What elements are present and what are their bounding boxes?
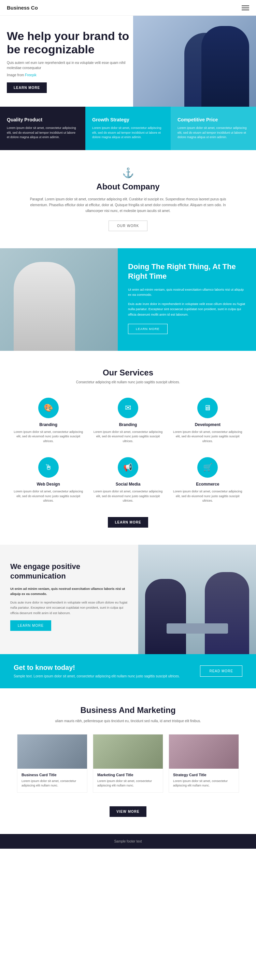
service-item-webdesign: 🖱 Web Design Lorem ipsum dolor sit amet,… [10,454,86,507]
feature-price: Competitive Price Lorem ipsum dolor sit … [171,107,256,150]
get-to-know-cta-button[interactable]: READ MORE [200,665,242,677]
biz-card-0-title: Business Card Title [22,773,83,777]
service-item-development: 🖥 Development Lorem ipsum dolor sit amet… [170,394,246,447]
man-figure [14,262,75,351]
image-credit: Image from Freepik [7,73,136,78]
biz-card-0-body: Business Card Title Lorem ipsum dolor si… [17,769,87,792]
site-logo: Business Co [7,5,38,11]
services-title: Our Services [10,368,246,377]
biz-card-2-desc: Lorem ipsum dolor sit amet, consectetur … [173,779,234,788]
biz-card-0-desc: Lorem ipsum dolor sit amet, consectetur … [22,779,83,788]
hero-image [133,16,256,107]
biz-card-2-title: Strategy Card Title [173,773,234,777]
biz-card-1-body: Marketing Card Title Lorem ipsum dolor s… [93,769,163,792]
right-thing-para1: Ut enim ad minim veniam, quis nostrud ex… [128,287,246,297]
services-section: Our Services Consectetur adipiscing elit… [0,351,256,545]
header: Business Co [0,0,256,16]
meeting-table [167,624,228,634]
biz-card-0-image [17,735,87,769]
footer-text: Sample footer text [5,840,251,843]
comm-text: We engage positive communication Ut enim… [0,545,138,654]
meeting-person1 [145,579,186,654]
get-to-know-text: Get to know today! Sample text. Lorem ip… [14,664,180,679]
get-to-know-title: Get to know today! [14,664,180,671]
get-to-know-section: Get to know today! Sample text. Lorem ip… [0,654,256,688]
hero-cta-button[interactable]: LEARN MORE [7,83,47,93]
socialmedia-icon: 📢 [118,457,138,478]
comm-bold-para: Ut enim ad minim veniam, quis nostrud ex… [10,586,128,597]
feature-quality: Quality Product Lorem ipsum dolor sit am… [0,107,85,150]
anchor-icon: ⚓ [27,167,229,178]
service-ecommerce-title: Ecommerce [173,482,242,487]
service-socialmedia-desc: Lorem ipsum dolor sit amet, consectetur … [93,489,163,503]
features-section: Quality Product Lorem ipsum dolor sit am… [0,107,256,150]
hero-people-visual [133,16,256,107]
about-cta-button[interactable]: OUR WORK [109,221,147,231]
branding2-icon: ✉ [118,398,138,418]
comm-body-para: Duis aute irure dolor in reprehenderit i… [10,600,128,616]
biz-card-2-body: Strategy Card Title Lorem ipsum dolor si… [169,769,239,792]
feature-growth: Growth Strategy Lorem ipsum dolor sit am… [85,107,171,150]
comm-image [138,545,256,654]
biz-marketing-title: Business And Marketing [17,705,239,715]
service-socialmedia-title: Social Media [93,482,163,487]
comm-title: We engage positive communication [10,562,128,581]
service-branding2-desc: Lorem ipsum dolor sit amet, consectetur … [93,430,163,444]
biz-card-2: Strategy Card Title Lorem ipsum dolor si… [169,734,239,792]
services-cta-button[interactable]: LEARN MORE [108,517,148,528]
service-branding1-title: Branding [14,422,83,427]
service-development-desc: Lorem ipsum dolor sit amet, consectetur … [173,430,242,444]
right-thing-text: Doing The Right Thing, At The Right Time… [118,248,256,351]
feature-quality-desc: Lorem ipsum dolor sit amet, consectetur … [7,126,79,140]
right-thing-cta-button[interactable]: LEARN MORE [128,324,168,334]
services-subtitle: Consectetur adipiscing elit nullam nunc … [10,380,246,384]
service-ecommerce-desc: Lorem ipsum dolor sit amet, consectetur … [173,489,242,503]
biz-cards-grid: Business Card Title Lorem ipsum dolor si… [17,734,239,792]
meeting-person2 [205,572,249,654]
footer: Sample footer text [0,834,256,849]
service-webdesign-title: Web Design [14,482,83,487]
service-item-branding2: ✉ Branding Lorem ipsum dolor sit amet, c… [90,394,166,447]
biz-marketing-cta-button[interactable]: VIEW MORE [109,806,146,817]
about-section: ⚓ About Company Paragraf. Lorem ipsum do… [0,150,256,248]
about-body: Paragraf. Lorem ipsum dolor sit amet, co… [27,196,229,214]
person-male-figure [201,26,249,107]
comm-cta-button[interactable]: LEARN MORE [10,620,51,631]
right-thing-section: Doing The Right Thing, At The Right Time… [0,248,256,351]
feature-growth-desc: Lorem ipsum dolor sit amet, consectetur … [92,126,164,140]
get-to-know-desc: Sample text. Lorem ipsum dolor sit amet,… [14,674,180,679]
biz-card-2-image [169,735,239,769]
biz-card-1-title: Marketing Card Title [97,773,159,777]
biz-card-0: Business Card Title Lorem ipsum dolor si… [17,734,87,792]
service-item-ecommerce: 🛒 Ecommerce Lorem ipsum dolor sit amet, … [170,454,246,507]
biz-marketing-subtitle: uliam mauris nibh, pellentesque quis tin… [17,718,239,724]
development-icon: 🖥 [197,398,218,418]
meeting-visual [138,545,256,654]
hero-heading: We help your brand to be recognizable [7,29,136,56]
service-webdesign-desc: Lorem ipsum dolor sit amet, consectetur … [14,489,83,503]
hero-section: We help your brand to be recognizable Qu… [0,16,256,107]
right-thing-title: Doing The Right Thing, At The Right Time [128,262,246,282]
biz-marketing-section: Business And Marketing uliam mauris nibh… [0,688,256,834]
biz-card-1-desc: Lorem ipsum dolor sit amet, consectetur … [97,779,159,788]
hero-description: Quis autem vel eum iure reprehenderit qu… [7,60,136,70]
right-thing-para2: Duis aute irure dolor in reprehenderit i… [128,301,246,317]
communication-section: We engage positive communication Ut enim… [0,545,256,654]
webdesign-icon: 🖱 [38,457,59,478]
service-branding1-desc: Lorem ipsum dolor sit amet, consectetur … [14,430,83,444]
ecommerce-icon: 🛒 [197,457,218,478]
feature-growth-title: Growth Strategy [92,117,164,123]
freepik-link[interactable]: Freepik [25,73,36,77]
hero-text: We help your brand to be recognizable Qu… [7,29,136,93]
biz-card-1: Marketing Card Title Lorem ipsum dolor s… [93,734,163,792]
feature-price-title: Competitive Price [177,117,249,123]
feature-price-desc: Lorem ipsum dolor sit amet, consectetur … [177,126,249,140]
biz-card-1-image [93,735,163,769]
about-title: About Company [27,182,229,191]
service-item-branding1: 🎨 Branding Lorem ipsum dolor sit amet, c… [10,394,86,447]
service-development-title: Development [173,422,242,427]
feature-quality-title: Quality Product [7,117,79,123]
service-branding2-title: Branding [93,422,163,427]
hamburger-menu[interactable] [242,5,249,10]
service-item-socialmedia: 📢 Social Media Lorem ipsum dolor sit ame… [90,454,166,507]
